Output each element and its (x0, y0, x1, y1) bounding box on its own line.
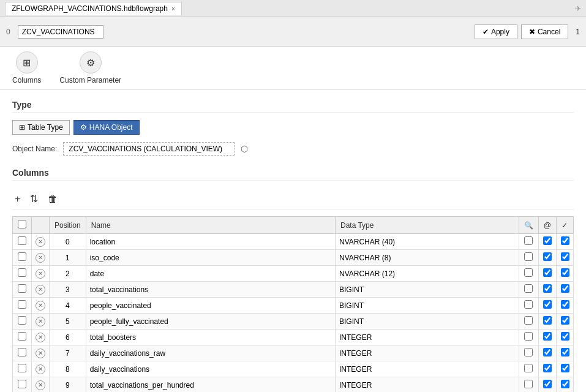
col4-checkbox[interactable] (524, 380, 533, 388)
remove-row-button[interactable]: ✕ (36, 253, 45, 263)
add-column-button[interactable]: + (12, 192, 23, 206)
col5-cell (538, 234, 556, 250)
name-input[interactable] (90, 349, 331, 358)
name-input[interactable] (90, 238, 331, 246)
name-input[interactable] (90, 254, 331, 262)
table-row: ✕0NVARCHAR (40) (13, 234, 574, 250)
col5-checkbox[interactable] (543, 364, 552, 372)
custom-parameter-icon: ⚙ (80, 51, 102, 74)
cancel-button[interactable]: ✖ Cancel (521, 24, 568, 39)
select-all-checkbox[interactable] (18, 220, 26, 228)
col5-cell (538, 314, 556, 330)
data-type-cell: NVARCHAR (40) (335, 234, 519, 250)
remove-row-button[interactable]: ✕ (36, 285, 45, 295)
name-input[interactable] (90, 285, 331, 294)
name-input[interactable] (90, 317, 331, 326)
apply-button[interactable]: ✔ Apply (475, 24, 517, 39)
remove-cell: ✕ (32, 377, 50, 393)
col4-checkbox[interactable] (524, 252, 533, 261)
col6-cell (557, 330, 574, 345)
custom-parameter-tool[interactable]: ⚙ Custom Parameter (59, 51, 121, 85)
col6-checkbox[interactable] (561, 284, 569, 293)
col5-checkbox[interactable] (543, 284, 552, 293)
col6-checkbox[interactable] (561, 236, 569, 245)
row-checkbox[interactable] (18, 364, 26, 372)
remove-row-button[interactable]: ✕ (36, 317, 45, 326)
table-row: ✕3BIGINT (13, 282, 574, 298)
col5-checkbox[interactable] (543, 268, 552, 277)
col6-cell (557, 250, 574, 266)
remove-row-button[interactable]: ✕ (36, 237, 45, 247)
remove-row-button[interactable]: ✕ (36, 333, 45, 342)
col5-checkbox[interactable] (543, 332, 552, 341)
remove-row-button[interactable]: ✕ (36, 380, 45, 390)
name-input[interactable] (90, 270, 331, 278)
col4-cell (519, 234, 538, 250)
col4-checkbox[interactable] (524, 300, 533, 309)
sort-columns-button[interactable]: ⇅ (28, 192, 40, 206)
col4-checkbox[interactable] (524, 364, 533, 372)
col6-checkbox[interactable] (561, 300, 569, 309)
row-checkbox[interactable] (18, 268, 26, 277)
col6-checkbox[interactable] (561, 348, 569, 356)
remove-row-button[interactable]: ✕ (36, 349, 45, 358)
row-checkbox[interactable] (18, 236, 26, 245)
col6-checkbox[interactable] (561, 316, 569, 325)
col4-checkbox[interactable] (524, 236, 533, 245)
header-name: Name (86, 217, 335, 234)
remove-row-button[interactable]: ✕ (36, 364, 45, 374)
col5-checkbox[interactable] (543, 348, 552, 356)
toolbar-right: ✔ Apply ✖ Cancel 1 (475, 24, 580, 39)
col5-cell (538, 250, 556, 266)
object-name-input[interactable] (63, 142, 235, 156)
col6-checkbox[interactable] (561, 268, 569, 277)
data-type-cell: BIGINT (335, 314, 519, 330)
col4-cell (519, 361, 538, 377)
row-checkbox[interactable] (18, 316, 26, 325)
row-checkbox[interactable] (18, 348, 26, 356)
col5-cell (538, 330, 556, 345)
row-checkbox[interactable] (18, 284, 26, 293)
col4-checkbox[interactable] (524, 316, 533, 325)
col6-cell (557, 377, 574, 393)
remove-row-button[interactable]: ✕ (36, 301, 45, 311)
name-cell (86, 314, 335, 330)
col4-checkbox[interactable] (524, 332, 533, 341)
row-checkbox[interactable] (18, 252, 26, 261)
col5-checkbox[interactable] (543, 380, 552, 388)
node-name-input[interactable] (18, 25, 103, 39)
row-checkbox[interactable] (18, 380, 26, 388)
col4-checkbox[interactable] (524, 268, 533, 277)
delete-column-button[interactable]: 🗑 (45, 192, 60, 206)
tab-flowgraph[interactable]: ZFLOWGRAPH_VACCINATIONS.hdbflowgraph × (5, 2, 182, 15)
col4-cell (519, 377, 538, 393)
table-body: ✕0NVARCHAR (40)✕1NVARCHAR (8)✕2NVARCHAR … (13, 234, 574, 393)
row-checkbox-cell (13, 361, 32, 377)
name-input[interactable] (90, 333, 331, 342)
col6-checkbox[interactable] (561, 332, 569, 341)
data-type-cell: NVARCHAR (12) (335, 266, 519, 282)
table-type-button[interactable]: ⊞ Table Type (12, 120, 70, 135)
col4-cell (519, 314, 538, 330)
object-name-expand-icon[interactable]: ⬡ (241, 144, 248, 154)
col5-checkbox[interactable] (543, 316, 552, 325)
col6-cell (557, 298, 574, 314)
col5-checkbox[interactable] (543, 252, 552, 261)
col5-checkbox[interactable] (543, 236, 552, 245)
remove-row-button[interactable]: ✕ (36, 269, 45, 279)
col4-checkbox[interactable] (524, 348, 533, 356)
name-input[interactable] (90, 365, 331, 374)
col5-checkbox[interactable] (543, 300, 552, 309)
row-checkbox-cell (13, 298, 32, 314)
col6-checkbox[interactable] (561, 380, 569, 388)
columns-tool[interactable]: ⊞ Columns (12, 51, 41, 85)
name-input[interactable] (90, 301, 331, 310)
tab-close-icon[interactable]: × (171, 6, 175, 12)
hana-object-button[interactable]: ⚙ HANA Object (73, 120, 140, 135)
col6-checkbox[interactable] (561, 364, 569, 372)
col4-checkbox[interactable] (524, 284, 533, 293)
row-checkbox[interactable] (18, 300, 26, 309)
col6-checkbox[interactable] (561, 252, 569, 261)
row-checkbox[interactable] (18, 332, 26, 341)
name-input[interactable] (90, 381, 331, 390)
